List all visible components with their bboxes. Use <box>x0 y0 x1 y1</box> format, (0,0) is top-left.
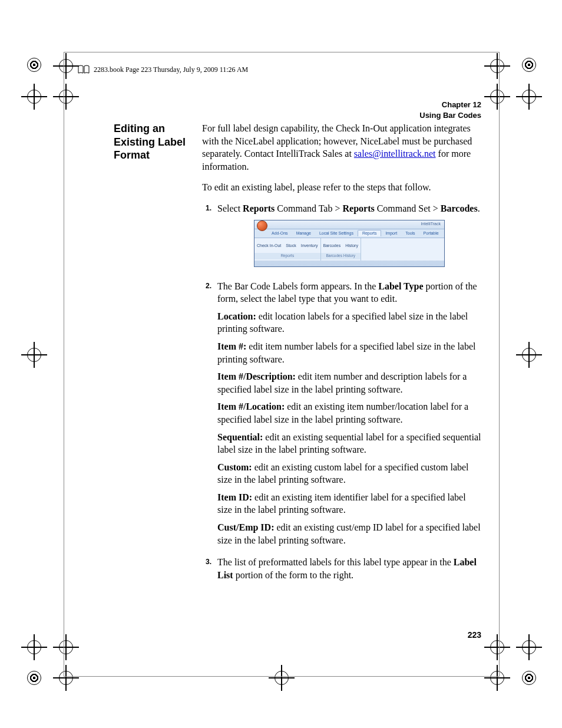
labeltype-item-num: Item #: edit item number labels for a sp… <box>217 340 481 365</box>
book-icon <box>77 64 90 75</box>
ribbon-tab-portable: Portable <box>419 230 443 236</box>
chapter-header: Chapter 12 Using Bar Codes <box>419 100 481 121</box>
ribbon-tab-tools: Tools <box>401 230 419 236</box>
step-2: 2. The Bar Code Labels form appears. In … <box>202 280 481 552</box>
ribbon-group-barcodes: Barcodes History Barcodes History <box>321 238 361 261</box>
sales-email-link[interactable]: sales@intellitrack.net <box>354 149 436 159</box>
office-orb-icon <box>257 220 267 231</box>
ribbon-tab-localsite: Local Site Settings <box>315 230 358 236</box>
print-mark-icon <box>26 639 42 655</box>
labeltype-item-desc: Item #/Description: edit item number and… <box>217 370 481 396</box>
labeltype-item-loc: Item #/Location: edit an existing item n… <box>217 400 481 426</box>
print-mark-icon <box>521 639 537 655</box>
print-mark-icon <box>26 347 42 363</box>
print-mark-icon <box>26 670 42 686</box>
step-number: 1. <box>202 202 211 275</box>
print-mark-icon <box>521 670 537 686</box>
ribbon-group-reports: Check In-Out Stock Inventory Reports <box>254 238 321 261</box>
print-mark-icon <box>521 57 537 73</box>
step-number: 2. <box>202 280 211 552</box>
chapter-number: Chapter 12 <box>419 100 481 110</box>
content-area: Editing an Existing Label Format For ful… <box>114 122 481 591</box>
step-3-text: The list of preformatted labels for this… <box>217 556 481 581</box>
page-frame: 2283.book Page 223 Thursday, July 9, 200… <box>64 52 500 677</box>
labeltype-item-id: Item ID: edit an existing item identifie… <box>217 491 481 516</box>
step-3: 3. The list of preformatted labels for t… <box>202 556 481 586</box>
step-1: 1. Select Reports Command Tab > Reports … <box>202 202 481 275</box>
app-title: IntelliTrack <box>421 221 441 226</box>
print-mark-icon <box>26 57 42 73</box>
page-number: 223 <box>468 630 481 640</box>
step-number: 3. <box>202 556 211 586</box>
step-2-intro: The Bar Code Labels form appears. In the… <box>217 280 481 305</box>
ribbon-screenshot: IntelliTrack Add-Ons Manage Local Site S… <box>254 220 445 267</box>
chapter-title: Using Bar Codes <box>419 110 481 121</box>
print-mark-icon <box>26 88 42 105</box>
lead-paragraph: To edit an existing label, please refer … <box>202 181 481 194</box>
labeltype-sequential: Sequential: edit an existing sequential … <box>217 431 481 456</box>
ribbon-tab-reports: Reports <box>358 230 382 236</box>
labeltype-custemp: Cust/Emp ID: edit an existing cust/emp I… <box>217 521 481 546</box>
ribbon-tab-manage: Manage <box>292 230 315 236</box>
ribbon-tab-import: Import <box>381 230 401 236</box>
intro-paragraph: For full label design capability, the Ch… <box>202 122 481 173</box>
step-1-text: Select Reports Command Tab > Reports Com… <box>217 202 481 215</box>
section-heading: Editing an Existing Label Format <box>114 122 191 202</box>
page-header-meta: 2283.book Page 223 Thursday, July 9, 200… <box>77 64 248 75</box>
print-mark-icon <box>521 347 537 363</box>
ribbon-tabstrip: Add-Ons Manage Local Site Settings Repor… <box>254 229 444 238</box>
print-mark-icon <box>521 88 537 105</box>
labeltype-location: Location: edit location labels for a spe… <box>217 310 481 335</box>
ribbon-tab-addons: Add-Ons <box>267 230 292 236</box>
header-meta-text: 2283.book Page 223 Thursday, July 9, 200… <box>94 65 248 74</box>
labeltype-custom: Custom: edit an existing custom label fo… <box>217 461 481 486</box>
